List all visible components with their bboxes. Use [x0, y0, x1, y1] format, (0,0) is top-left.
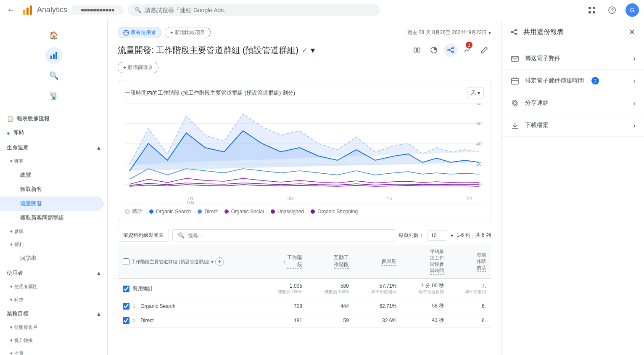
expand-icon-monetize: ▾ — [10, 242, 13, 247]
user-avatar[interactable]: G — [626, 3, 639, 17]
sidebar-advertising-icon[interactable]: 📡 — [45, 87, 62, 104]
sidebar-reports-icon[interactable] — [45, 47, 62, 64]
pending-customers-section[interactable]: ▾ 待開發客戶 — [0, 321, 107, 334]
svg-point-18 — [452, 51, 454, 53]
add-filter-button[interactable]: + 新增篩選器 — [118, 62, 158, 73]
svg-line-19 — [449, 48, 452, 50]
acquisition-section[interactable]: ▾ 獲客 — [0, 155, 107, 168]
traffic2-section[interactable]: ▾ 流量 — [0, 347, 107, 355]
panel-item-share-link[interactable]: 分享連結 › — [501, 92, 644, 114]
panel-item-download[interactable]: 下載檔案 › — [501, 114, 644, 137]
chart-header: 一段時間內的工作階段 (按工作階段主要管道群組 (預設管道群組) 劃分) 天 ▾ — [125, 87, 484, 98]
row-1-checkbox[interactable] — [123, 303, 129, 310]
goals-section[interactable]: 業務目標 ▴ — [0, 306, 107, 321]
legend-organic-search-icon — [149, 209, 153, 214]
granularity-selector[interactable]: 天 ▾ — [467, 87, 484, 98]
chart-container: 一段時間內的工作階段 (按工作階段主要管道群組 (預設管道群組) 劃分) 天 ▾ — [118, 80, 491, 222]
sidebar-explore-icon[interactable]: 🔍 — [45, 67, 62, 84]
download-icon — [510, 120, 520, 130]
sidebar-item-overview[interactable]: 總覽 — [0, 168, 104, 182]
table-search-input[interactable] — [188, 233, 390, 238]
svg-text:40: 40 — [476, 142, 482, 146]
svg-text:08: 08 — [288, 196, 293, 201]
line-chart-svg: 80 60 40 20 0 01 9月 08 15 22 — [125, 103, 484, 204]
row-total-checkbox[interactable] — [123, 286, 129, 292]
title-dropdown-icon[interactable]: ▾ — [311, 45, 315, 55]
sort-down-icon: ↓ — [283, 259, 285, 265]
main-layout: 🏠 🔍 📡 📋 報表數據匯報 ● 即時 生命週期 ▴ — [0, 20, 644, 355]
search-icon: 🔍 — [135, 7, 141, 13]
select-all-checkbox[interactable] — [123, 258, 129, 265]
chevron-down-small-icon[interactable]: ▾ — [211, 259, 214, 265]
engagement-section[interactable]: ▾ 參與 — [0, 225, 107, 238]
chart-by-row-button[interactable]: 依資料列繪製圖表 — [118, 229, 169, 242]
report-area: 所有使用者 + 新增比較項目 過去 28 天 8月26至 2024年9月22日 … — [108, 20, 501, 355]
col-avg-session-header: 平均單次工作階段參與時間 — [401, 245, 449, 278]
svg-rect-6 — [593, 11, 595, 13]
svg-text:?: ? — [611, 7, 614, 13]
table-search-bar[interactable]: 🔍 — [172, 229, 395, 241]
all-users-segment[interactable]: 所有使用者 — [118, 27, 161, 38]
legend-total-icon — [125, 209, 130, 214]
legend-direct: Direct — [198, 209, 217, 215]
sidebar-item-realtime[interactable]: ● 即時 — [0, 126, 104, 140]
chart-type-button[interactable] — [427, 43, 441, 57]
col-dimension-header: 工作階段主要管道群組 (預設管道群組) ▾ + — [118, 245, 261, 278]
close-panel-button[interactable]: ✕ — [628, 27, 636, 37]
lifecycle-section[interactable]: 生命週期 ▴ — [0, 140, 107, 155]
col-sessions-header: ↓ 工作階段 — [261, 245, 307, 278]
apps-button[interactable] — [585, 3, 599, 17]
panel-item-schedule[interactable]: 排定電子郵件傳送時間 2 › — [501, 70, 644, 92]
per-page-select[interactable]: 10 25 50 — [427, 230, 447, 241]
sidebar-item-acquire-new[interactable]: 獲取新客 — [0, 182, 104, 196]
back-button[interactable]: ← — [5, 3, 17, 16]
sidebar: 🏠 🔍 📡 📋 報表數據匯報 ● 即時 生命週期 ▴ — [0, 20, 108, 355]
table-row-2: 2 Direct 181 59 32.6% 43 秒 6. — [118, 313, 491, 328]
help-button[interactable]: ? — [605, 3, 619, 17]
row-2-checkbox[interactable] — [123, 317, 129, 324]
chevron-right-icon: › — [633, 77, 636, 85]
expand-icon-user-attrs: ▾ — [10, 284, 13, 289]
sidebar-item-cohort[interactable]: 獲取新客同類群組 — [0, 211, 104, 225]
svg-rect-13 — [414, 48, 417, 52]
legend-organic-shopping-icon — [311, 209, 315, 214]
svg-text:22: 22 — [467, 196, 472, 201]
table-row-1: 1 Organic Search 708 444 62.71% 58 秒 6. — [118, 299, 491, 313]
users-section[interactable]: 使用者 ▴ — [0, 265, 107, 280]
chevron-right-icon: › — [633, 54, 636, 63]
add-dimension-button[interactable]: + — [215, 257, 224, 266]
edit-button[interactable] — [478, 43, 491, 57]
search-input[interactable] — [145, 7, 373, 13]
share-button[interactable] — [444, 43, 457, 57]
tech-section[interactable]: ▾ 科技 — [0, 293, 107, 306]
date-range[interactable]: 過去 28 天 8月26至 2024年9月22日 ▾ — [407, 29, 491, 36]
sidebar-home-icon[interactable]: 🏠 — [45, 27, 62, 44]
sidebar-item-return-rate[interactable]: 回訪率 — [0, 251, 104, 265]
col-engagement-rate-header: 參與度 — [354, 245, 401, 278]
svg-line-41 — [513, 32, 515, 34]
svg-rect-0 — [23, 10, 25, 15]
user-attrs-section[interactable]: ▾ 使用者屬性 — [0, 280, 107, 293]
right-panel: 共用這份報表 ✕ 傳送電子郵件 › 排定電子郵件傳送時間 — [501, 20, 644, 355]
expand-icon-engagement: ▾ — [10, 229, 13, 234]
email-icon — [510, 53, 520, 64]
app-logo: Analytics — [22, 4, 67, 16]
expand-icon-acquisition: ▾ — [10, 159, 13, 164]
expand-icon-pending: ▾ — [10, 325, 13, 330]
compare-view-button[interactable] — [410, 43, 424, 57]
sidebar-item-traffic[interactable]: 流量開發 — [0, 196, 104, 211]
legend-direct-icon — [198, 209, 202, 214]
svg-rect-5 — [589, 11, 591, 13]
boost-conversion-section[interactable]: ▾ 提升轉換 — [0, 334, 107, 347]
sidebar-item-reports[interactable]: 📋 報表數據匯報 — [0, 111, 104, 126]
search-bar[interactable]: 🔍 — [128, 4, 380, 16]
plus-icon: + — [170, 30, 173, 36]
account-selector[interactable]: ■■■■■■■■■■■ — [72, 5, 123, 15]
table-pagination: 每頁列數： 10 25 50 ▾ 1-6 列，共 6 列 — [399, 230, 491, 241]
svg-rect-3 — [589, 7, 591, 9]
panel-item-email[interactable]: 傳送電子郵件 › — [501, 48, 644, 70]
svg-rect-14 — [417, 48, 420, 52]
add-compare-button[interactable]: + 新增比較項目 — [165, 27, 211, 38]
svg-point-17 — [448, 49, 449, 51]
monetize-section[interactable]: ▾ 營利 — [0, 238, 107, 251]
